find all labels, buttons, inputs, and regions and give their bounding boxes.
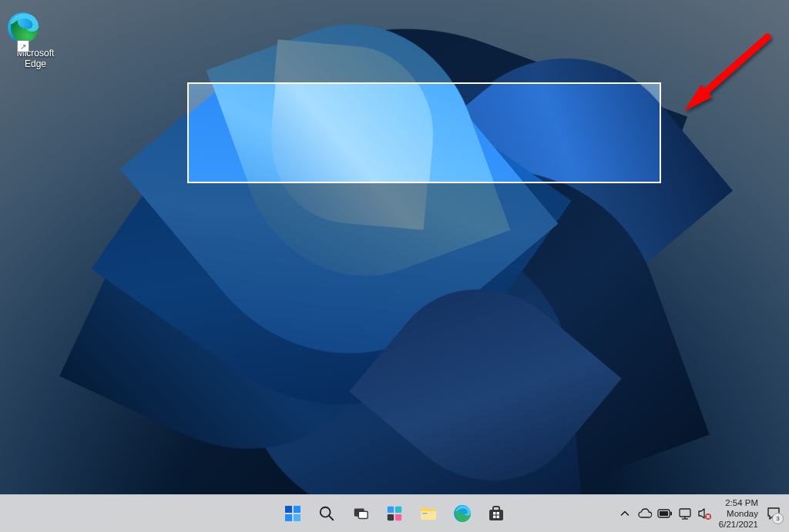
svg-rect-20 (493, 516, 495, 518)
desktop-icon-label: Microsoft Edge (6, 48, 65, 69)
folder-icon (419, 505, 438, 522)
task-view-icon (352, 505, 369, 522)
battery-icon (657, 509, 673, 518)
taskbar: 2:54 PM Monday 6/21/2021 3 (0, 494, 789, 532)
taskbar-clock[interactable]: 2:54 PM Monday 6/21/2021 (716, 497, 761, 530)
svg-rect-10 (358, 511, 368, 518)
snip-dim-overlay (0, 0, 789, 532)
notifications-button[interactable]: 3 (763, 498, 784, 529)
desktop-icon-microsoft-edge[interactable]: ↗ Microsoft Edge (6, 11, 65, 69)
svg-line-8 (329, 516, 333, 520)
notification-count-badge: 3 (772, 513, 784, 524)
search-button[interactable] (311, 498, 342, 529)
snip-selection-content (189, 84, 660, 182)
svg-rect-11 (388, 507, 394, 513)
clock-time: 2:54 PM (719, 497, 758, 508)
svg-rect-19 (497, 512, 499, 514)
svg-rect-12 (395, 507, 401, 513)
svg-rect-25 (680, 509, 690, 517)
onedrive-tray-icon[interactable] (636, 498, 654, 529)
store-icon (487, 504, 505, 523)
network-icon (678, 507, 692, 520)
microsoft-store-button[interactable] (481, 498, 512, 529)
svg-rect-13 (388, 514, 394, 520)
edge-taskbar-button[interactable] (447, 498, 478, 529)
edge-icon (453, 504, 472, 523)
chevron-up-icon (620, 509, 630, 518)
taskbar-center (277, 495, 512, 532)
show-hidden-icons-button[interactable] (616, 498, 634, 529)
cloud-icon (638, 508, 652, 519)
task-view-button[interactable] (345, 498, 376, 529)
svg-rect-17 (489, 510, 503, 520)
clock-date: 6/21/2021 (719, 519, 758, 530)
svg-rect-3 (285, 506, 292, 513)
battery-tray-icon[interactable] (656, 498, 674, 529)
svg-rect-5 (285, 514, 292, 521)
shortcut-arrow-icon: ↗ (17, 40, 29, 52)
volume-muted-icon (698, 507, 712, 520)
svg-rect-21 (497, 516, 499, 518)
start-button[interactable] (277, 498, 308, 529)
svg-rect-4 (294, 506, 300, 513)
windows-logo-icon (284, 504, 302, 523)
widgets-button[interactable] (379, 498, 410, 529)
volume-tray-icon[interactable] (696, 498, 714, 529)
file-explorer-button[interactable] (413, 498, 444, 529)
svg-rect-15 (422, 513, 428, 514)
svg-rect-18 (493, 512, 495, 514)
clock-day: Monday (719, 508, 758, 519)
search-icon (318, 505, 335, 522)
svg-rect-6 (294, 514, 300, 521)
svg-rect-14 (395, 514, 401, 520)
snip-selection[interactable] (187, 82, 661, 183)
svg-rect-24 (670, 512, 672, 516)
widgets-icon (386, 505, 403, 522)
svg-rect-23 (660, 511, 668, 516)
network-tray-icon[interactable] (676, 498, 694, 529)
system-tray: 2:54 PM Monday 6/21/2021 3 (616, 495, 784, 532)
